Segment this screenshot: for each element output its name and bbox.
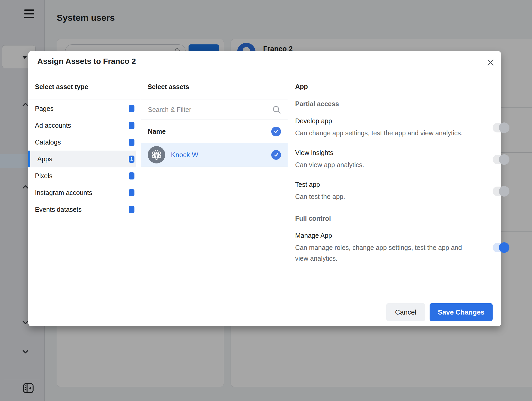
search-input[interactable] xyxy=(148,106,263,114)
count-badge xyxy=(129,122,134,129)
permission-label: Develop app xyxy=(295,117,463,125)
asset-type-label: Instagram accounts xyxy=(35,189,92,197)
asset-type-item-pixels[interactable]: Pixels xyxy=(28,167,136,184)
save-changes-button[interactable]: Save Changes xyxy=(430,303,493,321)
assets-name-header-row: Name xyxy=(141,120,288,143)
modal-title: Assign Assets to Franco 2 xyxy=(37,57,136,66)
modal-footer: Cancel Save Changes xyxy=(386,303,493,321)
close-icon[interactable] xyxy=(486,58,495,67)
search-icon xyxy=(273,106,281,115)
count-badge xyxy=(129,139,134,146)
asset-type-item-catalogs[interactable]: Catalogs xyxy=(28,134,136,151)
asset-type-list: Pages Ad accounts Catalogs Apps 1 xyxy=(28,100,141,218)
count-badge xyxy=(129,189,134,196)
screen: System users Franco 2 as been gr xyxy=(0,0,532,401)
count-badge: 1 xyxy=(129,156,134,163)
permission-label: Manage App xyxy=(295,231,466,240)
asset-type-item-events-datasets[interactable]: Events datasets xyxy=(28,201,136,218)
asset-type-label: Apps xyxy=(37,155,52,163)
assign-assets-modal: Assign Assets to Franco 2 Select asset t… xyxy=(28,51,501,326)
assets-search-row xyxy=(141,100,288,120)
count-badge xyxy=(129,172,134,179)
permission-description: Can manage roles, change app settings, t… xyxy=(295,242,466,264)
permission-row: View insights Can view app analytics. xyxy=(295,148,509,170)
permission-row: Test app Can test the app. xyxy=(295,180,509,202)
asset-type-header: Select asset type xyxy=(35,83,88,91)
toggle-off-test-app[interactable] xyxy=(493,186,509,197)
asset-type-label: Pixels xyxy=(35,172,53,180)
selected-checkmark[interactable] xyxy=(271,150,281,160)
asset-type-item-pages[interactable]: Pages xyxy=(28,100,136,117)
asset-name: Knock W xyxy=(171,151,198,159)
asset-list-item[interactable]: Knock W xyxy=(141,143,288,167)
asset-type-label: Catalogs xyxy=(35,138,61,146)
asset-type-item-instagram-accounts[interactable]: Instagram accounts xyxy=(28,184,136,201)
assets-header: Select assets xyxy=(148,83,189,91)
permission-label: Test app xyxy=(295,180,345,189)
selected-indicator-bar xyxy=(28,151,30,167)
select-all-checkmark[interactable] xyxy=(271,127,281,136)
permissions-header: App xyxy=(295,83,308,90)
permission-description: Can view app analytics. xyxy=(295,160,364,170)
divider xyxy=(288,86,288,296)
permission-label: View insights xyxy=(295,148,364,157)
permissions-column: Partial access Develop app Can change ap… xyxy=(295,100,509,264)
asset-type-label: Ad accounts xyxy=(35,122,71,129)
permission-row: Develop app Can change app settings, tes… xyxy=(295,117,509,138)
permission-section-heading: Partial access xyxy=(295,100,509,108)
toggle-on-manage-app[interactable] xyxy=(493,242,509,253)
toggle-off-develop-app[interactable] xyxy=(493,122,509,133)
atom-icon xyxy=(148,146,165,163)
assets-column: Name xyxy=(141,100,288,167)
permission-description: Can change app settings, test the app an… xyxy=(295,128,463,138)
count-badge xyxy=(129,105,134,112)
permission-section-heading: Full control xyxy=(295,214,509,222)
asset-type-item-ad-accounts[interactable]: Ad accounts xyxy=(28,117,136,134)
count-badge xyxy=(129,206,134,213)
name-column-header: Name xyxy=(148,128,166,135)
toggle-off-view-insights[interactable] xyxy=(493,154,509,165)
cancel-button[interactable]: Cancel xyxy=(386,303,425,321)
asset-type-label: Pages xyxy=(35,105,54,112)
permission-row: Manage App Can manage roles, change app … xyxy=(295,231,509,264)
asset-type-label: Events datasets xyxy=(35,206,82,213)
permission-description: Can test the app. xyxy=(295,191,345,202)
asset-type-item-apps[interactable]: Apps 1 xyxy=(28,151,136,167)
